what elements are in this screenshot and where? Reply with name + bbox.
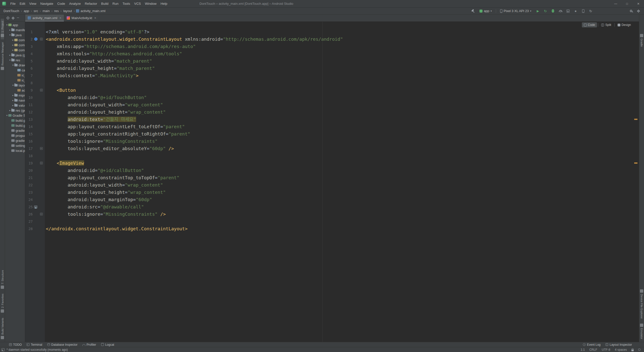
tool-window-button-device-file-explorer[interactable]: Device File Explorer [640, 287, 643, 321]
tree-arrow-icon[interactable]: ▸ [12, 49, 14, 51]
attach-debugger-button[interactable] [566, 9, 571, 14]
code-line[interactable] [45, 152, 639, 159]
tree-item[interactable]: ▾layout [5, 83, 25, 88]
fold-marker-icon[interactable]: − [40, 162, 43, 164]
tree-item[interactable]: local.properties (SDK Location) [5, 148, 25, 153]
build-button[interactable] [470, 9, 475, 14]
tree-arrow-icon[interactable]: ▸ [12, 104, 14, 107]
tab-close-icon[interactable]: ✕ [59, 17, 61, 19]
breadcrumb-item[interactable]: src [33, 9, 38, 13]
editor-tab-MainActivity.kt[interactable]: MainActivity.kt✕ [64, 15, 99, 21]
debug-button[interactable] [550, 9, 555, 14]
tree-item[interactable]: ▸java (generated) [5, 53, 25, 58]
minimize-button[interactable]: — [610, 0, 621, 7]
code-line[interactable]: android:layout_height="wrap_content" [45, 189, 639, 196]
tree-arrow-icon[interactable]: ▸ [12, 39, 14, 41]
tree-arrow-icon[interactable]: ▾ [6, 24, 8, 26]
tree-item[interactable]: build.gradle (Module: DontTouch.app) [5, 123, 25, 128]
code-line[interactable]: xmlns:app="http://schemas.android.com/ap… [45, 43, 639, 50]
editor-tab-activity_main.xml[interactable]: activity_main.xml✕ [25, 15, 64, 21]
fold-marker-icon[interactable]: − [40, 147, 43, 150]
tree-arrow-icon[interactable]: ▸ [9, 109, 11, 112]
tree-item[interactable]: ▸values [5, 103, 25, 108]
stop-button[interactable]: ■ [573, 9, 578, 14]
tree-item[interactable]: ▸com.example.donttouch (androidTest) [5, 42, 25, 48]
hide-panel-icon[interactable] [17, 18, 19, 18]
tool-window-switcher-icon[interactable] [2, 348, 5, 351]
menu-vcs[interactable]: VCS [132, 0, 143, 7]
tree-arrow-icon[interactable]: ▸ [12, 94, 14, 97]
tree-item[interactable]: settings.gradle (Project Settings) [5, 143, 25, 148]
indent-size[interactable]: 4 spaces [615, 348, 627, 351]
device-dropdown[interactable]: Pixel 3 XL API 23 ▾ [499, 9, 533, 13]
menu-code[interactable]: Code [55, 0, 67, 7]
tree-item[interactable]: ▸mipmap [5, 93, 25, 98]
code-line[interactable]: android:layout_marginTop="60dp" [45, 196, 639, 203]
tree-item[interactable]: ▾Gradle Scripts [5, 113, 25, 118]
tool-window-button-logcat[interactable]: Logcat [99, 342, 117, 347]
run-button[interactable]: ▶ [535, 9, 540, 14]
code-line[interactable]: android:layout_width="match_parent" [45, 57, 639, 65]
menu-file[interactable]: File [8, 0, 18, 7]
tree-item[interactable]: ▸navigation [5, 98, 25, 103]
tool-window-button-7-structure[interactable]: 7: Structure [1, 268, 4, 291]
tree-item[interactable]: ▾res [5, 58, 25, 63]
menu-view[interactable]: View [27, 0, 38, 7]
code-line[interactable]: app:layout_constraintLeft_toLeftOf="pare… [45, 123, 639, 130]
code-line[interactable]: android:id="@+id/TouchButton" [45, 94, 639, 101]
code-line[interactable]: <Button [45, 86, 639, 94]
image-preview-icon[interactable] [34, 205, 37, 208]
tool-window-button-terminal[interactable]: Terminal [24, 342, 45, 347]
code-line[interactable]: app:layout_constraintRight_toRightOf="pa… [45, 130, 639, 138]
tool-window-button-todo[interactable]: TODO [7, 342, 24, 347]
run-config-dropdown[interactable]: app ▾ [478, 9, 493, 13]
breadcrumb-item[interactable]: app [23, 9, 30, 13]
menu-edit[interactable]: Edit [18, 0, 27, 7]
tree-arrow-icon[interactable]: ▸ [9, 29, 11, 31]
tree-item[interactable]: ▸manifests [5, 27, 25, 32]
maximize-button[interactable]: □ [621, 0, 633, 7]
line-separator[interactable]: CRLF [589, 348, 597, 351]
tree-item[interactable]: activity_main.xml [5, 88, 25, 93]
tree-arrow-icon[interactable]: ▾ [9, 34, 11, 36]
tree-item[interactable]: gradle-wrapper.properties (Gradle Versio… [5, 128, 25, 133]
caret-position[interactable]: 1:1 [581, 348, 585, 351]
menu-refactor[interactable]: Refactor [83, 0, 99, 7]
tree-item[interactable]: ▾java [5, 32, 25, 37]
tool-window-button-resource-manager[interactable]: Resource Manager [1, 40, 4, 72]
code-line[interactable]: app:layout_constraintTop_toTopOf="parent… [45, 174, 639, 181]
sync-project-button[interactable]: ↻ [588, 9, 593, 14]
tree-arrow-icon[interactable]: ▾ [9, 59, 11, 61]
tree-item[interactable]: call.png [5, 68, 25, 73]
code-pane[interactable]: <?xml version="1.0" encoding="utf-8"?><a… [45, 22, 639, 342]
breadcrumb-item[interactable]: activity_main.xml [80, 9, 106, 13]
code-line[interactable]: <androidx.constraintlayout.widget.Constr… [45, 35, 639, 43]
view-mode-split[interactable]: Split [599, 22, 613, 27]
status-message[interactable]: * daemon started successfully (moments a… [7, 348, 68, 351]
code-line[interactable]: android:layout_height="match_parent" [45, 65, 639, 72]
tree-item[interactable]: ▸com.example.donttouch [5, 37, 25, 42]
fold-marker-icon[interactable]: − [40, 89, 43, 92]
menu-run[interactable]: Run [110, 0, 120, 7]
file-encoding[interactable]: UTF-8 [602, 348, 610, 351]
tool-window-button-profiler[interactable]: Profiler [80, 342, 99, 347]
profile-button[interactable] [558, 9, 563, 14]
tool-window-button-emulator[interactable]: Emulator [640, 321, 643, 341]
code-line[interactable] [45, 79, 639, 86]
menu-help[interactable]: Help [158, 0, 169, 7]
fold-marker-icon[interactable]: − [40, 213, 43, 215]
tree-item[interactable]: ic_launcher_foreground.xml [5, 78, 25, 83]
breadcrumb-item[interactable]: layout [63, 9, 72, 13]
code-line[interactable] [45, 218, 639, 225]
device-manager-button[interactable] [581, 9, 586, 14]
code-line[interactable]: android:text="건들지 마세요" [45, 116, 639, 123]
close-button[interactable]: ✕ [633, 0, 644, 7]
tool-window-button-gradle[interactable]: Gradle [640, 32, 643, 49]
code-line[interactable]: tools:ignore="MissingConstraints" /> [45, 210, 639, 218]
tree-arrow-icon[interactable]: ▾ [12, 64, 14, 66]
tree-arrow-icon[interactable]: ▸ [12, 99, 14, 102]
tree-arrow-icon[interactable]: ▾ [6, 114, 8, 117]
menu-build[interactable]: Build [99, 0, 110, 7]
code-line[interactable]: </androidx.constraintlayout.widget.Const… [45, 225, 639, 232]
tool-window-button-build-variants[interactable]: Build Variants [1, 316, 4, 341]
